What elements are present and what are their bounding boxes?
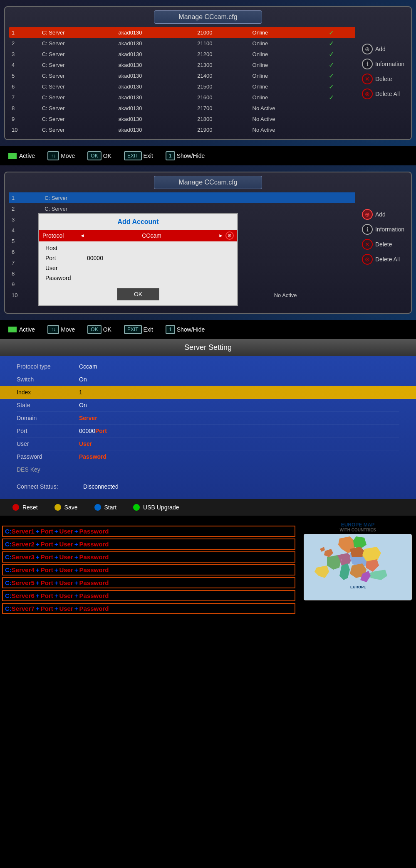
server-port: 21300: [195, 59, 250, 70]
dialog-title: Add Account: [39, 214, 237, 230]
delete-button-2[interactable]: ✕ Delete: [362, 239, 408, 250]
add-account-dialog: Add Account Protocol ◄ CCcam ► ⊕ Host Po…: [38, 213, 238, 306]
reset-dot: [12, 504, 19, 511]
information-button-2[interactable]: ℹ Information: [362, 224, 408, 235]
add-icon-1: ⊕: [362, 44, 373, 54]
table-row[interactable]: 2 C: Server akad0130 21100 Online ✓: [9, 38, 355, 49]
connect-status-value: Disconnected: [83, 483, 119, 490]
table-row[interactable]: 3 C: Server akad0130 21200 Online ✓: [9, 49, 355, 59]
show-label-1: Show/Hide: [177, 152, 205, 159]
save-action[interactable]: Save: [54, 504, 78, 511]
start-action[interactable]: Start: [94, 504, 117, 511]
section1-panel: Manage CCcam.cfg 1 C: Server akad0130 21…: [0, 0, 416, 146]
exit-key-2: EXIT: [124, 325, 142, 334]
server-port: 21400: [195, 70, 250, 81]
server-num: 4: [9, 225, 42, 236]
password-setting-value: Password: [79, 453, 106, 460]
domain-value: Server: [79, 415, 97, 421]
server-setting-title: Server Setting: [0, 339, 416, 356]
delete-button-1[interactable]: ✕ Delete: [362, 74, 408, 84]
table-row[interactable]: 7 C: Server akad0130 21600 Online ✓: [9, 92, 355, 103]
ok-key-2: OK: [87, 325, 101, 334]
reset-action[interactable]: Reset: [12, 504, 38, 511]
server-type: C: Server: [40, 70, 116, 81]
server-type: C: Server: [40, 124, 116, 135]
server-num: 10: [9, 124, 40, 135]
delete-all-button-2[interactable]: ⊗ Delete All: [362, 254, 408, 265]
cline-plus-2: +: [54, 541, 58, 548]
exit-control-2[interactable]: EXIT Exit: [124, 325, 153, 334]
exit-control-1[interactable]: EXIT Exit: [124, 151, 153, 160]
cline-prefix: C:: [5, 528, 12, 535]
cline-password: Password: [79, 528, 109, 535]
table-row[interactable]: 5 C: Server akad0130 21400 Online ✓: [9, 70, 355, 81]
user-setting-label: User: [17, 440, 79, 447]
table-row[interactable]: 10 C: Server akad0130 21900 No Active: [9, 124, 355, 135]
move-control-2[interactable]: ↑↓ Move: [47, 325, 75, 334]
ok-control-1[interactable]: OK OK: [87, 151, 111, 160]
protocol-close-icon: ⊕: [225, 231, 234, 240]
index-row[interactable]: Index 1: [0, 386, 416, 399]
ok-label-1: OK: [103, 152, 111, 159]
protocol-right-arrow[interactable]: ►: [218, 233, 223, 239]
usb-upgrade-dot: [133, 504, 140, 511]
usb-upgrade-action[interactable]: USB Upgrade: [133, 504, 179, 511]
cline-plus-3: +: [74, 605, 78, 612]
cline-server: Server5: [12, 579, 35, 586]
cline-server: Server6: [12, 592, 35, 599]
panel1: Manage CCcam.cfg 1 C: Server akad0130 21…: [4, 6, 412, 140]
add-button-2[interactable]: ⊕ Add: [362, 209, 408, 220]
legend-active-1: Active: [8, 152, 35, 159]
state-value: On: [79, 402, 87, 408]
map-image: EUROPE: [304, 534, 412, 600]
cline-server: Server2: [12, 541, 35, 548]
cline-user: User: [59, 566, 73, 573]
server-type: C: Server: [40, 38, 116, 49]
cline-port: Port: [41, 566, 53, 573]
server-status: No Active: [250, 113, 327, 124]
cline-user: User: [59, 592, 73, 599]
server-num: 7: [9, 257, 42, 268]
cline-server: Server4: [12, 566, 35, 573]
delete-all-button-1[interactable]: ⊗ Delete All: [362, 89, 408, 99]
show-control-1[interactable]: 1 Show/Hide: [166, 151, 205, 160]
server-status: Online: [250, 70, 327, 81]
port-value: 00000: [87, 255, 231, 261]
information-button-1[interactable]: ℹ Information: [362, 59, 408, 69]
show-control-2[interactable]: 1 Show/Hide: [166, 325, 205, 334]
table-row[interactable]: 1 C: Server akad0130 21000 Online ✓: [9, 27, 355, 38]
cline-plus-2: +: [54, 528, 58, 535]
server-type: C: Server: [40, 27, 116, 38]
delete-label-1: Delete: [375, 76, 392, 82]
table-row[interactable]: 9 C: Server akad0130 21800 No Active: [9, 113, 355, 124]
server-setting-section: Server Setting Protocol type Cccam Switc…: [0, 339, 416, 516]
server-check: [326, 113, 355, 124]
move-control-1[interactable]: ↑↓ Move: [47, 151, 75, 160]
server-port: 21800: [195, 113, 250, 124]
exit-key-1: EXIT: [124, 151, 142, 160]
server-num: 6: [9, 81, 40, 92]
protocol-left-arrow[interactable]: ◄: [80, 233, 85, 239]
dialog-ok-button[interactable]: OK: [117, 288, 159, 300]
cline-user: User: [59, 579, 73, 586]
side-buttons-1: ⊕ Add ℹ Information ✕ Delete ⊗ Delete Al…: [362, 44, 408, 99]
table-row[interactable]: 6 C: Server akad0130 21500 Online ✓: [9, 81, 355, 92]
info-label-1: Information: [375, 61, 404, 67]
port-setting-value: 00000: [79, 428, 95, 434]
server-num: 3: [9, 49, 40, 59]
panel1-title: Manage CCcam.cfg: [154, 10, 262, 24]
cline-port: Port: [41, 553, 53, 561]
cline-server: Server1: [12, 528, 35, 535]
delete-all-icon-1: ⊗: [362, 89, 373, 99]
table-row[interactable]: 2 C: Server: [9, 203, 355, 214]
server-num: 8: [9, 103, 40, 113]
server-check: ✓: [326, 70, 355, 81]
ok-control-2[interactable]: OK OK: [87, 325, 111, 334]
protocol-type-label: Protocol type: [17, 363, 79, 370]
table-row[interactable]: 1 C: Server: [9, 192, 355, 203]
legend-active-2: Active: [8, 326, 35, 333]
add-button-1[interactable]: ⊕ Add: [362, 44, 408, 54]
table-row[interactable]: 8 C: Server akad0130 21700 No Active: [9, 103, 355, 113]
table-row[interactable]: 4 C: Server akad0130 21300 Online ✓: [9, 59, 355, 70]
cline-plus-1: +: [36, 566, 40, 573]
